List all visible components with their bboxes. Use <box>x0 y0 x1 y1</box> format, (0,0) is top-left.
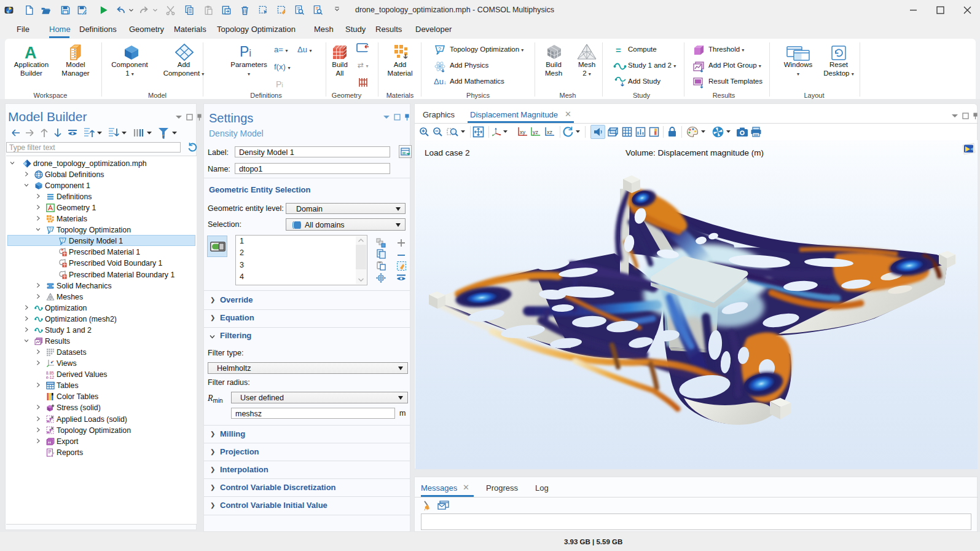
svg-text:?: ? <box>438 46 441 52</box>
svg-text:xy: xy <box>520 129 526 135</box>
svg-text:xz: xz <box>547 129 553 135</box>
svg-text:yz: yz <box>533 129 539 135</box>
